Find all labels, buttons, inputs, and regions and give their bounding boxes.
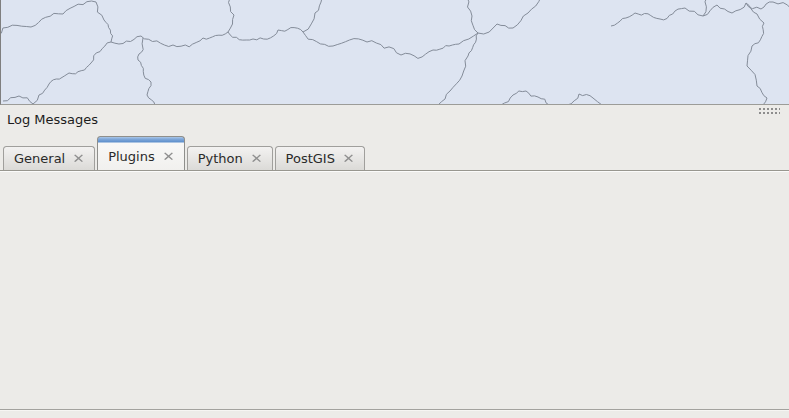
log-tab-bar: General ✕ Plugins ✕ Python ✕ PostGIS ✕ [3, 136, 367, 170]
tab-general[interactable]: General ✕ [3, 146, 95, 170]
splitter-handle[interactable] [757, 106, 780, 114]
close-icon[interactable]: ✕ [72, 152, 85, 165]
close-icon[interactable]: ✕ [342, 152, 355, 165]
close-icon[interactable]: ✕ [250, 152, 263, 165]
tab-label: General [14, 151, 65, 166]
tab-label: Plugins [108, 149, 155, 164]
close-icon[interactable]: ✕ [162, 150, 175, 163]
log-tab-pane [0, 170, 789, 410]
tab-python[interactable]: Python ✕ [187, 146, 273, 170]
tab-postgis[interactable]: PostGIS ✕ [275, 146, 365, 170]
panel-title: Log Messages [7, 112, 98, 127]
tab-label: Python [198, 151, 243, 166]
map-boundary-lines [1, 0, 789, 104]
tab-label: PostGIS [286, 151, 335, 166]
map-canvas[interactable] [0, 0, 789, 105]
tab-plugins[interactable]: Plugins ✕ [97, 136, 184, 170]
